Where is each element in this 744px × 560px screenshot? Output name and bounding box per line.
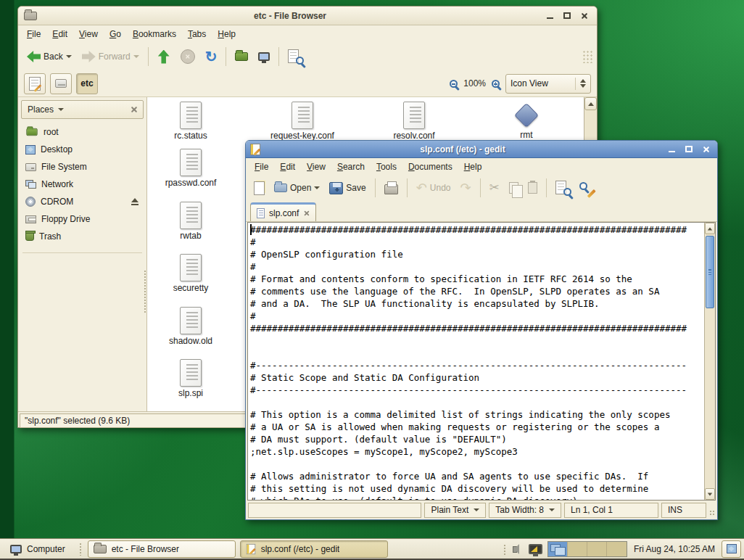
menu-edit[interactable]: Edit (274, 159, 301, 175)
places-header[interactable]: Places (21, 100, 144, 119)
task-file-browser[interactable]: etc - File Browser (88, 540, 236, 558)
menu-go[interactable]: Go (104, 26, 127, 42)
file-item[interactable]: rmt (483, 102, 570, 140)
view-mode-select[interactable]: Icon View (505, 74, 591, 94)
language-select[interactable]: Plain Text (424, 503, 486, 518)
sidebar-item-file-system[interactable]: File System (22, 158, 142, 176)
paste-button[interactable] (524, 179, 541, 197)
forward-button[interactable]: Forward (78, 47, 144, 66)
cut-icon: ✂ (489, 182, 500, 194)
menu-search[interactable]: Search (331, 159, 371, 175)
home-button[interactable] (231, 49, 252, 64)
reload-button[interactable]: ↻ (201, 47, 222, 66)
undo-button[interactable]: ↶ Undo (413, 179, 455, 197)
menu-help[interactable]: Help (212, 26, 241, 42)
volume-icon[interactable] (513, 544, 524, 554)
gedit-toolbar: Open Save ↶ Undo ↷ ✂ (246, 176, 717, 200)
file-browser-titlebar[interactable]: etc - File Browser (18, 7, 597, 25)
menu-help[interactable]: Help (458, 159, 488, 175)
close-button[interactable] (700, 144, 713, 155)
maximize-button[interactable] (682, 144, 695, 155)
search-button[interactable] (284, 46, 307, 67)
open-button[interactable]: Open (270, 180, 323, 196)
open-dropdown-icon[interactable] (314, 186, 320, 189)
show-desktop-button[interactable] (722, 540, 741, 558)
forward-dropdown-icon[interactable] (133, 55, 139, 58)
menu-view[interactable]: View (73, 26, 104, 42)
computer-button[interactable] (254, 49, 274, 64)
file-item[interactable]: request-key.conf (259, 102, 346, 141)
display-settings-icon[interactable] (529, 544, 542, 554)
menu-bookmarks[interactable]: Bookmarks (127, 26, 182, 42)
menu-edit[interactable]: Edit (46, 26, 73, 42)
sidebar-item-desktop[interactable]: Desktop (22, 141, 142, 158)
file-item[interactable]: rpasswd.conf (147, 149, 234, 188)
file-item[interactable]: shadow.old (147, 307, 234, 346)
redo-button[interactable]: ↷ (457, 179, 475, 197)
workspace-3[interactable] (587, 542, 607, 556)
tab-slp-conf[interactable]: slp.conf (250, 202, 316, 221)
save-button[interactable]: Save (326, 179, 369, 197)
sidebar-item-cdrom[interactable]: CDROM (22, 193, 142, 210)
menu-documents[interactable]: Documents (402, 159, 458, 175)
menu-file[interactable]: File (249, 159, 274, 175)
task-gedit[interactable]: slp.conf (/etc) - gedit (240, 540, 388, 558)
maximize-button[interactable] (561, 10, 574, 22)
menu-view[interactable]: View (301, 159, 331, 175)
text-file-icon (180, 254, 202, 281)
back-dropdown-icon[interactable] (66, 55, 72, 58)
find-button[interactable] (552, 178, 574, 198)
zoom-out-icon[interactable] (450, 80, 458, 88)
places-dropdown-icon (58, 108, 64, 111)
file-item[interactable]: slp.spi (147, 359, 234, 398)
cut-button[interactable]: ✂ (486, 179, 503, 197)
editor-text[interactable]: ########################################… (248, 223, 704, 500)
replace-button[interactable] (576, 178, 599, 198)
path-segment-etc[interactable]: etc (76, 73, 98, 94)
stop-button[interactable] (176, 46, 199, 67)
new-document-button[interactable] (250, 178, 268, 198)
scrollbar-thumb[interactable] (706, 236, 714, 308)
workspace-1[interactable] (548, 542, 568, 556)
menu-file[interactable]: File (21, 26, 46, 42)
minimize-button[interactable] (543, 10, 556, 22)
copy-button[interactable] (505, 179, 522, 197)
toolbar-separator (546, 178, 547, 197)
computer-menu-button[interactable]: Computer (3, 540, 73, 559)
eject-icon[interactable] (131, 198, 139, 205)
file-item[interactable]: resolv.conf (371, 102, 458, 141)
desktop-icon (25, 145, 36, 155)
sidebar-item-floppy[interactable]: Floppy Drive (22, 210, 142, 228)
print-button[interactable] (381, 178, 402, 197)
root-path-button[interactable] (50, 73, 72, 94)
tab-width-select[interactable]: Tab Width: 8 (489, 503, 561, 518)
minimize-button[interactable] (665, 144, 678, 155)
workspace-switcher[interactable] (547, 541, 627, 557)
scroll-up-icon[interactable] (584, 97, 597, 110)
back-button[interactable]: Back (22, 47, 76, 66)
tab-close-icon[interactable] (304, 210, 310, 216)
print-icon (384, 184, 398, 194)
resize-grip[interactable] (709, 510, 715, 516)
menu-tabs[interactable]: Tabs (182, 26, 212, 42)
scroll-down-icon[interactable] (705, 488, 715, 500)
menu-tools[interactable]: Tools (371, 159, 402, 175)
workspace-4[interactable] (607, 542, 627, 556)
scroll-up-icon[interactable] (705, 223, 715, 234)
sidebar-item-trash[interactable]: Trash (22, 228, 142, 245)
up-button[interactable] (153, 47, 175, 67)
zoom-in-icon[interactable] (492, 80, 500, 88)
editor-scrollbar[interactable] (704, 223, 715, 500)
gedit-titlebar[interactable]: slp.conf (/etc) - gedit (246, 141, 717, 158)
network-icon (25, 180, 36, 189)
places-close-icon[interactable] (131, 106, 137, 113)
sidebar-item-network[interactable]: Network (22, 176, 142, 193)
edit-location-button[interactable] (24, 73, 46, 94)
file-item[interactable]: securetty (147, 254, 234, 293)
file-item[interactable]: rc.status (147, 102, 234, 141)
clock[interactable]: Fri Aug 24, 10:25 AM (632, 544, 716, 554)
workspace-2[interactable] (568, 542, 587, 556)
file-item[interactable]: rwtab (147, 202, 234, 241)
close-button[interactable] (578, 10, 591, 22)
sidebar-item-root[interactable]: root (22, 123, 142, 141)
